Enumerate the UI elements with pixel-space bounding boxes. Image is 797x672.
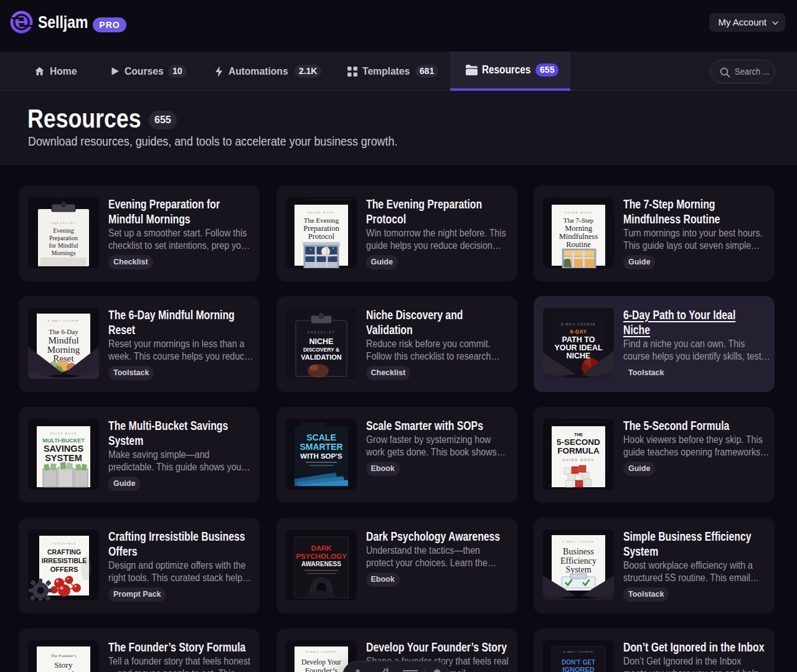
svg-text:Mindfulness: Mindfulness: [559, 232, 598, 241]
svg-text:E-MAIL COURSE: E-MAIL COURSE: [47, 319, 79, 322]
svg-text:DISCOVERY &: DISCOVERY &: [303, 347, 339, 353]
svg-text:PATH TO: PATH TO: [562, 335, 595, 344]
svg-text:CHECKLIST: CHECKLIST: [307, 331, 335, 334]
svg-text:CRAFTING: CRAFTING: [47, 548, 81, 556]
svg-text:Evening: Evening: [53, 227, 73, 234]
svg-text:Routine: Routine: [566, 240, 591, 249]
svg-text:SAVINGS: SAVINGS: [44, 444, 84, 454]
svg-text:The 6-Day: The 6-Day: [49, 328, 78, 335]
svg-text:Morning: Morning: [565, 224, 593, 233]
svg-text:GUIDE BOOK: GUIDE BOOK: [308, 211, 335, 214]
svg-text:GUIDE BOOK: GUIDE BOOK: [50, 432, 77, 435]
svg-text:Protocol: Protocol: [308, 232, 334, 241]
svg-text:NICHE: NICHE: [567, 352, 591, 360]
svg-text:Preparation: Preparation: [303, 224, 339, 233]
svg-text:E-MAIL COURSE: E-MAIL COURSE: [306, 650, 336, 653]
svg-text:DARK: DARK: [311, 544, 332, 552]
svg-text:IRRESISTIBLE: IRRESISTIBLE: [42, 557, 87, 564]
svg-text:for Mindful: for Mindful: [49, 242, 78, 249]
svg-text:MULTI-BUCKET: MULTI-BUCKET: [42, 437, 85, 444]
svg-text:5-SECOND: 5-SECOND: [557, 437, 600, 447]
svg-text:SYSTEM: SYSTEM: [45, 453, 82, 463]
svg-text:THE: THE: [574, 432, 583, 437]
svg-text:System: System: [565, 565, 591, 574]
svg-text:The Founder’s: The Founder’s: [51, 653, 77, 658]
svg-text:IGNORED: IGNORED: [562, 666, 594, 672]
svg-text:DON'T GET: DON'T GET: [562, 659, 595, 666]
svg-text:Efficiency: Efficiency: [560, 556, 597, 566]
svg-text:FORMULA: FORMULA: [557, 446, 600, 455]
svg-text:SCALE: SCALE: [306, 432, 336, 442]
svg-text:YOUR IDEAL: YOUR IDEAL: [554, 343, 602, 352]
svg-text:AWARENESS: AWARENESS: [301, 561, 341, 567]
svg-text:OFFERS: OFFERS: [50, 566, 78, 573]
svg-text:TOOLSTACK: TOOLSTACK: [52, 542, 77, 545]
svg-text:SMARTER: SMARTER: [299, 442, 342, 452]
svg-text:VALIDATION: VALIDATION: [301, 353, 342, 361]
svg-text:NICHE: NICHE: [309, 337, 333, 346]
svg-text:Mornings: Mornings: [52, 250, 76, 256]
svg-text:E-MAIL COURSE: E-MAIL COURSE: [562, 540, 594, 543]
svg-text:PSYCHOLOGY: PSYCHOLOGY: [296, 553, 346, 560]
svg-text:E-MAIL COURSE: E-MAIL COURSE: [561, 323, 596, 326]
svg-text:The Evening: The Evening: [303, 217, 339, 224]
svg-text:Formula: Formula: [49, 670, 78, 672]
svg-text:Preparation: Preparation: [49, 235, 78, 241]
svg-text:Story: Story: [54, 660, 73, 670]
svg-text:WITH SOP'S: WITH SOP'S: [300, 452, 342, 460]
svg-text:6-DAY: 6-DAY: [570, 329, 587, 335]
svg-text:GUIDE BOOK: GUIDE BOOK: [565, 211, 592, 214]
svg-text:Business: Business: [563, 547, 594, 556]
svg-text:The 7-Step: The 7-Step: [564, 217, 594, 224]
svg-text:Mindful: Mindful: [48, 335, 78, 345]
svg-text:CHECKLIST: CHECKLIST: [50, 222, 77, 225]
svg-text:Founder’s: Founder’s: [304, 666, 337, 672]
svg-text:E-MAIL COURSE: E-MAIL COURSE: [564, 650, 594, 653]
svg-text:GUIDE BOOK: GUIDE BOOK: [562, 458, 595, 462]
